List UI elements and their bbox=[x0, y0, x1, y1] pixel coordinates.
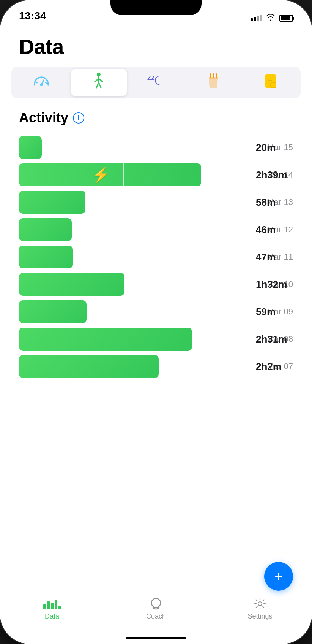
sleep-tab-icon: ZZ bbox=[147, 73, 165, 92]
nav-label-settings: Settings bbox=[247, 612, 272, 620]
bar-container: 2h31m bbox=[19, 328, 253, 351]
page-title-container: Data bbox=[0, 27, 312, 63]
activity-bar bbox=[19, 273, 124, 296]
bar-container: 47m bbox=[19, 246, 253, 268]
tab-speed[interactable] bbox=[14, 69, 69, 96]
bar-container: 2h2m bbox=[19, 355, 253, 378]
bottom-nav: Data Coach bbox=[0, 591, 312, 633]
svg-line-3 bbox=[45, 82, 47, 83]
activity-bar bbox=[19, 246, 73, 268]
nav-item-data[interactable]: Data bbox=[0, 596, 104, 620]
chart-row[interactable]: 59mMar 09 bbox=[19, 299, 293, 324]
svg-line-9 bbox=[99, 82, 101, 88]
bar-duration-label: 1h32m bbox=[256, 279, 287, 290]
bar-duration-label: 2h31m bbox=[256, 333, 287, 345]
bar-duration-label: 20m bbox=[256, 142, 276, 154]
tab-activity[interactable] bbox=[71, 69, 127, 96]
bar-duration-label: 59m bbox=[256, 306, 276, 318]
chart-row[interactable]: 2h2mMar 07 bbox=[19, 354, 293, 379]
bar-container: ⚡2h39m bbox=[19, 163, 253, 186]
notes-tab-icon bbox=[263, 73, 278, 92]
battery-icon bbox=[279, 15, 293, 22]
notch bbox=[110, 0, 202, 15]
bar-container: 46m bbox=[19, 218, 253, 241]
activity-bar bbox=[19, 136, 42, 159]
bar-duration-label: 2h39m bbox=[256, 169, 287, 181]
home-indicator bbox=[0, 633, 312, 644]
activity-bar: ⚡ bbox=[19, 163, 201, 186]
lightning-icon: ⚡ bbox=[92, 167, 110, 183]
add-button[interactable]: + bbox=[264, 562, 293, 591]
category-tabs: ZZ bbox=[11, 67, 301, 98]
phone-frame: 13:34 bbox=[0, 0, 312, 644]
activity-bar bbox=[19, 218, 72, 241]
chart-row[interactable]: 2h31mMar 08 bbox=[19, 327, 293, 352]
activity-header: Activity i bbox=[19, 110, 293, 126]
nav-item-coach[interactable]: Coach bbox=[104, 596, 208, 620]
svg-line-8 bbox=[96, 82, 99, 88]
signal-icon bbox=[251, 15, 262, 21]
bar-duration-label: 46m bbox=[256, 224, 276, 236]
tab-notes[interactable] bbox=[243, 69, 298, 96]
svg-point-1 bbox=[40, 84, 43, 86]
coach-nav-icon bbox=[149, 596, 163, 611]
screen-content: Data bbox=[0, 27, 312, 591]
nav-label-data: Data bbox=[45, 612, 59, 620]
nav-label-coach: Coach bbox=[146, 612, 166, 620]
chart-row[interactable]: 47mMar 11 bbox=[19, 244, 293, 270]
bar-container: 1h32m bbox=[19, 273, 253, 296]
wifi-icon bbox=[266, 13, 276, 23]
activity-chart: 20mMar 15⚡2h39mMar 1458mMar 1346mMar 124… bbox=[19, 135, 293, 381]
activity-section: Activity i 20mMar 15⚡2h39mMar 1458mMar 1… bbox=[0, 102, 312, 591]
bar-container: 59m bbox=[19, 300, 253, 323]
nutrition-tab-icon bbox=[206, 73, 221, 92]
bar-duration-label: 47m bbox=[256, 251, 276, 263]
settings-nav-icon bbox=[253, 596, 267, 611]
svg-text:ZZ: ZZ bbox=[147, 75, 155, 81]
activity-tab-icon bbox=[93, 72, 105, 93]
chart-row[interactable]: 46mMar 12 bbox=[19, 217, 293, 242]
status-icons bbox=[251, 13, 293, 23]
svg-rect-18 bbox=[271, 82, 276, 88]
chart-row[interactable]: 58mMar 13 bbox=[19, 190, 293, 215]
tab-sleep[interactable]: ZZ bbox=[128, 69, 184, 96]
svg-line-2 bbox=[36, 82, 38, 83]
phone-screen: 13:34 bbox=[0, 0, 312, 644]
svg-point-20 bbox=[258, 602, 262, 606]
speed-tab-icon bbox=[32, 75, 50, 90]
activity-bar bbox=[19, 355, 159, 378]
activity-section-title: Activity bbox=[19, 110, 68, 126]
home-bar bbox=[126, 637, 186, 639]
chart-row[interactable]: ⚡2h39mMar 14 bbox=[19, 162, 293, 187]
bar-container: 58m bbox=[19, 191, 253, 214]
bar-container: 20m bbox=[19, 136, 253, 159]
page-title: Data bbox=[19, 34, 293, 59]
tab-nutrition[interactable] bbox=[185, 69, 241, 96]
activity-bar bbox=[19, 300, 87, 323]
nav-item-settings[interactable]: Settings bbox=[208, 596, 312, 620]
info-icon[interactable]: i bbox=[73, 112, 84, 124]
chart-row[interactable]: 1h32mMar 10 bbox=[19, 272, 293, 297]
activity-bar bbox=[19, 328, 192, 351]
bar-duration-label: 2h2m bbox=[256, 361, 282, 373]
chart-row[interactable]: 20mMar 15 bbox=[19, 135, 293, 160]
bar-duration-label: 58m bbox=[256, 197, 276, 208]
svg-rect-11 bbox=[210, 73, 211, 78]
svg-rect-12 bbox=[213, 73, 214, 78]
status-time: 13:34 bbox=[19, 10, 46, 22]
activity-bar bbox=[19, 191, 85, 214]
svg-point-19 bbox=[151, 598, 161, 608]
svg-rect-13 bbox=[216, 73, 217, 78]
data-nav-icon bbox=[45, 596, 59, 611]
